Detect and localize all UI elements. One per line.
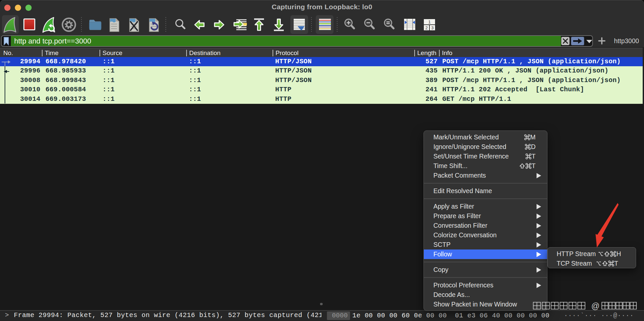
svg-text:@: @: [591, 301, 600, 310]
svg-text:3: 3: [431, 25, 433, 30]
svg-text:1: 1: [428, 19, 430, 24]
svg-text:2: 2: [425, 25, 427, 30]
